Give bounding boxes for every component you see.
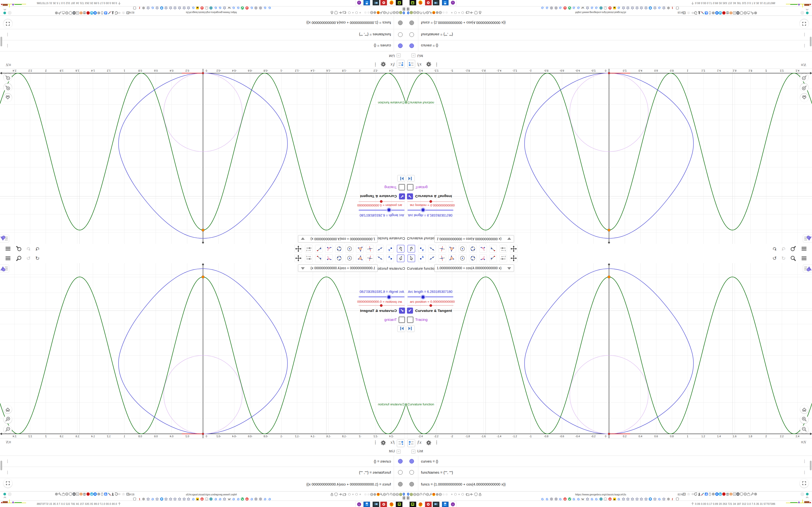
app-settings-red[interactable] — [425, 0, 432, 6]
globe-icon[interactable] — [416, 493, 419, 496]
redo-icon[interactable]: ↻ — [780, 255, 786, 262]
translate-icon[interactable]: A — [104, 11, 108, 15]
tool-slider[interactable]: a = 2 — [305, 245, 313, 252]
visibility-dot-curves[interactable] — [398, 459, 403, 463]
brush-icon[interactable] — [701, 11, 704, 15]
algebra-row[interactable]: funcs = {1.000000000000 + cos(4.00000000… — [306, 21, 391, 25]
curve-point[interactable] — [202, 229, 204, 231]
dot-l-icon[interactable] — [348, 493, 351, 496]
kebab-icon[interactable]: ⋮ — [373, 62, 377, 67]
puzzle-icon[interactable] — [62, 492, 65, 496]
folder-icon[interactable] — [343, 11, 346, 14]
olive-cam-icon[interactable] — [410, 11, 413, 14]
graphics-view[interactable]: -2.4-2.2-2-1.8-1.6-1.4-1.2-1-0.8-0.6-0.4… — [0, 69, 406, 244]
algebra-tree-icon[interactable] — [397, 439, 405, 447]
globe-icon[interactable] — [396, 11, 399, 14]
olive-cam-icon[interactable] — [399, 493, 402, 496]
reader-mode-icon[interactable]: A — [682, 11, 686, 14]
u-circle-icon[interactable] — [90, 11, 94, 15]
puzzle-icon[interactable] — [747, 492, 750, 496]
globe-orange-icon[interactable] — [79, 11, 83, 15]
visibility-dot-funcnames[interactable] — [398, 32, 403, 37]
gear-icon[interactable] — [380, 439, 387, 446]
u-circle-icon[interactable] — [90, 492, 94, 496]
favicon-google[interactable]: G — [577, 6, 580, 10]
mouse-icon[interactable] — [708, 492, 712, 496]
search-icon[interactable] — [16, 255, 22, 262]
star-icon[interactable]: ☆ — [687, 11, 691, 15]
zoom-in-button[interactable] — [800, 415, 808, 424]
arc-length-slider[interactable] — [359, 296, 405, 297]
favicon-google[interactable]: G — [232, 6, 235, 10]
dot-l-icon[interactable] — [461, 493, 464, 496]
shield-icon[interactable] — [334, 11, 338, 14]
favicon-google[interactable]: G — [218, 6, 221, 10]
pin-icon[interactable] — [406, 493, 410, 496]
kebab-icon[interactable]: ⋮ — [435, 62, 439, 67]
favicon-green-bird[interactable] — [568, 6, 571, 10]
shield-icon[interactable] — [474, 11, 478, 14]
app-recorder-black[interactable] — [409, 0, 416, 6]
shield-icon[interactable] — [69, 11, 72, 15]
uo-circle-icon[interactable]: UO — [72, 11, 76, 15]
gear-icon[interactable] — [711, 492, 715, 496]
hook-icon[interactable] — [386, 11, 390, 14]
visibility-dot-funcs[interactable] — [409, 20, 414, 25]
kebab-icon[interactable]: ⋮ — [373, 440, 377, 445]
tracing-checkbox[interactable] — [399, 184, 405, 190]
dropdown-arrow-icon[interactable] — [507, 267, 511, 270]
tool-point[interactable]: A — [386, 255, 394, 262]
wrench-icon[interactable] — [750, 492, 754, 496]
tool-slider[interactable]: a = 2 — [305, 255, 313, 262]
favicon-shield-fav[interactable] — [676, 6, 679, 10]
app-monitor[interactable] — [433, 501, 440, 507]
visibility-dot-funcnames[interactable] — [398, 470, 403, 475]
row-kebab-icon[interactable]: ⋮ — [803, 32, 806, 37]
arc-length-slider-thumb[interactable] — [387, 207, 392, 213]
hamburger-menu-icon[interactable] — [5, 245, 11, 252]
u-circle-icon[interactable] — [718, 11, 722, 15]
mouse-icon[interactable] — [100, 492, 104, 496]
arc-position-point[interactable] — [608, 433, 610, 435]
hook-icon[interactable] — [389, 11, 393, 14]
tool-move-cursor[interactable] — [407, 245, 415, 252]
undo-icon[interactable]: ↺ — [771, 245, 778, 252]
tool-polygon[interactable] — [356, 255, 364, 262]
globe-icon[interactable] — [65, 11, 69, 15]
curve-point[interactable] — [608, 229, 610, 231]
tool-move-graphics-view[interactable] — [294, 255, 302, 262]
tool-conic-five-points[interactable] — [335, 245, 343, 252]
graphics-stylebar-toggle[interactable] — [0, 265, 9, 272]
brush-icon[interactable] — [701, 492, 704, 496]
app-recorder-black[interactable] — [396, 501, 403, 507]
favicon-google[interactable]: G — [591, 6, 594, 10]
zoom-in-button[interactable] — [4, 83, 12, 92]
folder-icon[interactable] — [466, 493, 469, 496]
firefox-icon[interactable] — [376, 493, 380, 496]
profile-circle[interactable] — [8, 492, 12, 496]
favicon-flower[interactable] — [182, 6, 186, 10]
collapse-list-button[interactable]: − — [397, 53, 401, 57]
refresh-icon[interactable] — [114, 11, 118, 15]
tool-line[interactable] — [376, 255, 384, 262]
translate-icon[interactable]: A — [104, 492, 108, 496]
globe-icon[interactable] — [383, 11, 386, 14]
favicon-flower[interactable] — [146, 6, 150, 10]
arc-length-slider-thumb[interactable] — [420, 294, 425, 300]
algebra-row[interactable]: funcNames = {"", ""} — [421, 33, 453, 37]
step-button[interactable] — [407, 326, 415, 332]
wrench-icon[interactable] — [58, 492, 62, 496]
app-cat-purple[interactable] — [450, 0, 457, 6]
tool-move-cursor[interactable] — [407, 255, 415, 262]
gear-icon[interactable] — [373, 493, 376, 496]
row-kebab-icon[interactable]: ⋮ — [803, 470, 806, 475]
refresh-icon[interactable] — [114, 492, 118, 496]
favicon-flower[interactable] — [187, 6, 190, 10]
favicon-flower[interactable] — [653, 6, 657, 10]
gear-icon[interactable] — [55, 492, 58, 496]
graphics-stylebar-toggle[interactable] — [0, 235, 9, 242]
graphics-view[interactable]: -2.4-2.2-2-1.8-1.6-1.4-1.2-1-0.8-0.6-0.4… — [406, 69, 812, 244]
globe-icon[interactable] — [370, 493, 373, 496]
curvature-tangent-checkbox[interactable]: ✔ — [399, 307, 405, 314]
app-firefox-app[interactable] — [388, 501, 395, 507]
